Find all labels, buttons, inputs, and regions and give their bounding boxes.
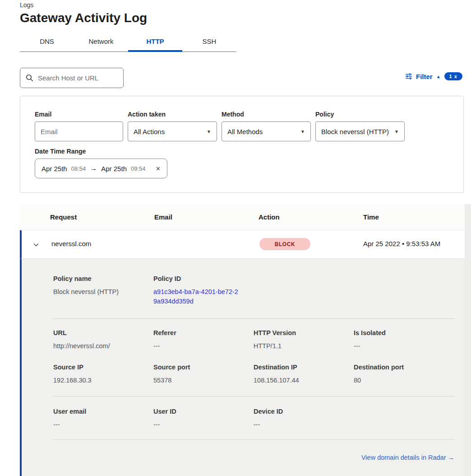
- action-taken-value: All Actions: [134, 128, 165, 135]
- source-ip-label: Source IP: [53, 364, 146, 371]
- tab-dns[interactable]: DNS: [20, 34, 74, 49]
- start-date: Apr 25th: [42, 165, 67, 173]
- search-icon: [26, 74, 33, 82]
- arrow-right-icon: →: [90, 164, 97, 173]
- search-placeholder: Search Host or URL: [38, 74, 98, 82]
- row-timestamp: Apr 25 2022 • 9:53:53 AM: [363, 240, 440, 247]
- source-ip-field: Source IP 192.168.30.3: [53, 364, 146, 385]
- column-header-request: Request: [50, 213, 77, 221]
- view-in-radar-link[interactable]: View domain details in Radar →: [361, 454, 454, 461]
- filter-sliders-icon: [405, 73, 412, 80]
- page-title: Gateway Activity Log: [20, 11, 147, 25]
- column-header-time: Time: [363, 213, 379, 221]
- divider: [53, 318, 455, 319]
- policy-name-value: Block neverssl (HTTP): [53, 287, 146, 297]
- policy-id-link[interactable]: a91c3eb4-ba7a-4201-be72-29a934dd359d: [153, 287, 240, 306]
- method-select[interactable]: All Methods ▼: [222, 121, 311, 141]
- policy-id-label: Policy ID: [153, 275, 246, 282]
- gateway-activity-log-page: Logs Gateway Activity Log DNS Network HT…: [0, 0, 471, 476]
- http-version-label: HTTP Version: [254, 329, 346, 336]
- action-taken-filter-label: Action taken: [128, 111, 166, 118]
- table-row[interactable]: neverssl.com BLOCK Apr 25 2022 • 9:53:53…: [20, 230, 465, 259]
- divider: [53, 439, 455, 440]
- destination-ip-label: Destination IP: [254, 364, 346, 371]
- breadcrumb[interactable]: Logs: [20, 1, 33, 9]
- is-isolated-value: ---: [354, 341, 446, 351]
- http-version-field: HTTP Version HTTP/1.1: [254, 329, 346, 351]
- column-header-action: Action: [259, 213, 280, 221]
- start-time: 08:54: [71, 165, 86, 172]
- user-id-field: User ID ---: [153, 408, 246, 429]
- email-filter-label: Email: [35, 111, 51, 118]
- date-range-picker[interactable]: Apr 25th 08:54 → Apr 25th 09:54 ✕: [35, 159, 167, 178]
- scroll-gutter: [465, 204, 471, 476]
- table-header: Request Email Action Time: [20, 204, 465, 230]
- referer-field: Referer ---: [153, 329, 246, 351]
- tab-http-active-indicator: [128, 50, 182, 52]
- action-block-badge: BLOCK: [259, 238, 310, 250]
- destination-ip-value: 108.156.107.44: [254, 376, 346, 385]
- email-filter-placeholder: Email: [41, 128, 58, 135]
- user-email-field: User email ---: [53, 408, 146, 429]
- end-date: Apr 25th: [101, 165, 127, 173]
- source-port-label: Source port: [153, 364, 246, 371]
- tab-bar: DNS Network HTTP SSH: [20, 34, 236, 49]
- end-time: 09:54: [131, 165, 146, 172]
- policy-name-label: Policy name: [53, 275, 146, 282]
- policy-filter-label: Policy: [315, 111, 334, 118]
- divider: [53, 396, 455, 397]
- policy-select[interactable]: Block neverssl (HTTP) ▼: [315, 121, 405, 141]
- http-version-value: HTTP/1.1: [254, 341, 346, 351]
- filter-panel: Email Action taken Method Policy Email A…: [20, 96, 464, 193]
- collapse-arrow-icon[interactable]: ▲: [436, 74, 441, 79]
- destination-port-label: Destination port: [354, 364, 446, 371]
- row-detail-panel: Policy name Block neverssl (HTTP) Policy…: [20, 259, 465, 476]
- url-label: URL: [53, 329, 146, 336]
- destination-ip-field: Destination IP 108.156.107.44: [254, 364, 346, 385]
- filter-toggle[interactable]: Filter ▲ 1 x: [405, 72, 462, 80]
- action-taken-select[interactable]: All Actions ▼: [128, 121, 217, 141]
- device-id-label: Device ID: [254, 408, 346, 415]
- is-isolated-field: Is Isolated ---: [354, 329, 446, 351]
- url-value: http://neverssl.com/: [53, 341, 146, 351]
- search-input[interactable]: Search Host or URL: [20, 68, 124, 88]
- user-email-value: ---: [53, 420, 146, 429]
- policy-name-field: Policy name Block neverssl (HTTP): [53, 275, 146, 297]
- source-ip-value: 192.168.30.3: [53, 376, 146, 385]
- source-port-value: 55378: [153, 376, 246, 385]
- filter-count-badge[interactable]: 1 x: [444, 72, 462, 80]
- user-id-label: User ID: [153, 408, 246, 415]
- policy-value: Block neverssl (HTTP): [321, 128, 389, 135]
- destination-port-field: Destination port 80: [354, 364, 446, 385]
- method-value: All Methods: [227, 128, 263, 135]
- column-header-email: Email: [154, 213, 172, 221]
- referer-value: ---: [153, 341, 246, 351]
- destination-port-value: 80: [354, 376, 446, 385]
- date-range-label: Date Time Range: [35, 148, 86, 155]
- filter-label: Filter: [416, 73, 433, 80]
- email-filter-input[interactable]: Email: [35, 121, 123, 141]
- is-isolated-label: Is Isolated: [354, 329, 446, 336]
- device-id-value: ---: [254, 420, 346, 429]
- url-field: URL http://neverssl.com/: [53, 329, 146, 351]
- referer-label: Referer: [153, 329, 246, 336]
- method-filter-label: Method: [222, 111, 244, 118]
- user-email-label: User email: [53, 408, 146, 415]
- row-request-host: neverssl.com: [51, 240, 91, 247]
- clear-date-range-icon[interactable]: ✕: [156, 165, 161, 172]
- user-id-value: ---: [153, 420, 246, 429]
- chevron-down-icon: ▼: [207, 129, 211, 134]
- device-id-field: Device ID ---: [254, 408, 346, 429]
- tab-network[interactable]: Network: [74, 34, 128, 49]
- chevron-down-icon: ▼: [300, 129, 305, 134]
- chevron-down-icon[interactable]: [32, 241, 40, 248]
- policy-id-field: Policy ID a91c3eb4-ba7a-4201-be72-29a934…: [153, 275, 246, 306]
- chevron-down-icon: ▼: [394, 129, 399, 134]
- tab-http[interactable]: HTTP: [128, 34, 182, 49]
- source-port-field: Source port 55378: [153, 364, 246, 385]
- tab-ssh[interactable]: SSH: [182, 34, 236, 49]
